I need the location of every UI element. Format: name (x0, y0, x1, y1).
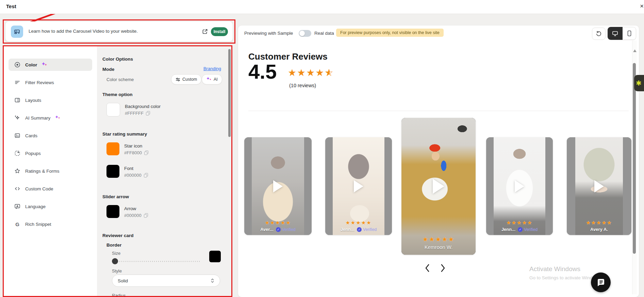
translate-icon (14, 203, 21, 210)
font-color-swatch[interactable] (106, 165, 119, 178)
slider-arrow-header: Slider arrow (102, 194, 129, 199)
sidebar-item-rich-snippet[interactable]: G Rich Snippet (9, 218, 92, 230)
sliders-icon (176, 77, 180, 82)
sidebar-item-popups[interactable]: Popups (9, 147, 92, 159)
external-link-icon[interactable] (202, 29, 208, 34)
sidebar-item-label: Popups (25, 151, 41, 156)
sidebar-item-layouts[interactable]: Layouts (9, 94, 92, 106)
chat-bubble-button[interactable] (591, 272, 611, 292)
sidebar-item-filter-reviews[interactable]: Filter Reviews (9, 76, 92, 89)
arrow-color-swatch[interactable] (106, 205, 119, 218)
code-icon (14, 185, 21, 192)
chat-icon (596, 278, 606, 287)
verified-check-icon: ✓ (276, 227, 281, 232)
preview-notice-badge: For preview purposes only, not visible o… (336, 29, 444, 37)
pane-title: Color Options (102, 57, 133, 62)
copy-icon[interactable] (144, 173, 148, 177)
reviews-count: (10 reviews) (289, 83, 316, 88)
border-style-value: Solid (118, 278, 128, 283)
video-review-card[interactable]: ★★★★★ Jenn... ✓Verified (325, 137, 392, 235)
desktop-view-button[interactable] (608, 27, 623, 40)
settings-scrollbar[interactable] (228, 49, 231, 137)
activate-windows-watermark: Activate Windows (529, 265, 580, 273)
verified-badge: ✓Verified (276, 227, 296, 232)
video-review-card[interactable]: ★★★★★ Aver... ✓Verified (244, 137, 312, 235)
widget-badge-button[interactable]: ✱ (634, 75, 644, 91)
size-label: Size (112, 251, 120, 256)
style-label: Style (112, 268, 122, 273)
verified-badge: ✓Verified (518, 227, 538, 232)
card-stars: ★★★★★ (486, 220, 553, 226)
play-icon[interactable] (594, 180, 604, 192)
sidebar-item-color[interactable]: Color ✦✦ (9, 59, 92, 71)
border-style-select[interactable]: Solid (112, 275, 220, 287)
sidebar-item-ai-summary[interactable]: AI Summary ✦✦ (9, 112, 92, 124)
reviewer-name: Aver... (260, 227, 274, 232)
page-title: Test (6, 3, 16, 9)
play-icon[interactable] (433, 179, 444, 194)
data-source-toggle[interactable] (299, 30, 311, 37)
card-meta: ★★★★★ Jenn... ✓Verified (486, 220, 553, 232)
mobile-view-button[interactable] (623, 27, 636, 40)
sidebar-item-label: Color (25, 62, 37, 67)
card-stars: ★★★★★ (401, 235, 476, 243)
undo-button[interactable] (592, 28, 606, 40)
preview-pane: Previewing with Sample Real data For pre… (238, 26, 639, 297)
sparkle-icon (14, 114, 21, 121)
sidebar-item-label: Language (25, 204, 46, 209)
sidebar-item-label: Filter Reviews (25, 80, 54, 85)
video-review-card[interactable]: ★★★★★ Jenn... ✓Verified (486, 137, 553, 235)
background-color-swatch[interactable] (106, 103, 120, 116)
ai-sparkles-icon: ✦✦ (42, 62, 48, 67)
color-scheme-label: Color scheme (106, 77, 134, 82)
reviewer-card-header: Reviewer card (102, 233, 134, 238)
sidebar-item-language[interactable]: Language (9, 200, 92, 213)
carousel-prev-button[interactable] (424, 263, 431, 274)
play-icon[interactable] (273, 180, 283, 192)
border-color-swatch[interactable] (209, 251, 221, 262)
copy-icon[interactable] (146, 111, 150, 115)
widget-settings-panel: Color ✦✦ Filter Reviews Layouts (3, 45, 232, 297)
ai-scheme-button[interactable]: ✦✦ AI (202, 74, 222, 84)
color-label: Background color (125, 103, 161, 109)
divider (248, 111, 629, 111)
color-value: #FFFFFF (125, 111, 144, 116)
copy-icon[interactable] (144, 151, 148, 155)
preview-scrollbar[interactable] (633, 63, 636, 254)
play-icon[interactable] (354, 180, 363, 192)
sidebar-item-cards[interactable]: Cards (9, 129, 92, 142)
full-stars: ★★★★ (288, 67, 325, 78)
copy-icon[interactable] (144, 213, 148, 218)
install-button[interactable]: Install (211, 27, 228, 36)
color-options-pane: Color Options Mode Branding Color scheme… (97, 46, 231, 296)
custom-scheme-label: Custom (182, 77, 197, 82)
rating-value: 4.5 (248, 61, 277, 83)
close-icon[interactable]: × (640, 3, 644, 10)
scroll-up-arrow[interactable] (633, 49, 637, 52)
star-rating-summary-header: Star rating summary (102, 131, 147, 137)
video-review-card-active[interactable]: ★★★★★ Kemroon W. (401, 118, 476, 255)
color-label: Star icon (124, 142, 148, 148)
card-meta: ★★★★★ Avery A. (567, 220, 631, 232)
desktop-icon (612, 31, 618, 36)
star-outline-icon (14, 168, 21, 174)
top-bar: Test × (0, 0, 644, 14)
ai-scheme-label: AI (214, 77, 218, 82)
device-toggle (608, 27, 636, 40)
card-stars: ★★★★★ (244, 220, 312, 226)
video-review-card[interactable]: ★★★★★ Avery A. (567, 137, 631, 235)
chevron-left-icon (424, 263, 431, 273)
star-color-swatch[interactable] (106, 142, 119, 155)
background-color-row: Background color #FFFFFF (106, 103, 161, 116)
play-icon[interactable] (515, 180, 524, 192)
sidebar-item-custom-code[interactable]: Custom Code (9, 183, 92, 195)
border-size-track[interactable] (119, 261, 200, 262)
sidebar-item-ratings-forms[interactable]: Ratings & Forms (9, 165, 92, 177)
carousel-next-button[interactable] (439, 263, 447, 274)
border-size-handle[interactable] (112, 258, 118, 264)
branding-link[interactable]: Branding (203, 66, 221, 71)
verified-check-icon: ✓ (518, 227, 523, 232)
banner-text: Learn how to add the Carousel Video to y… (29, 29, 138, 34)
mobile-icon (627, 30, 632, 36)
custom-scheme-button[interactable]: Custom (171, 74, 201, 84)
